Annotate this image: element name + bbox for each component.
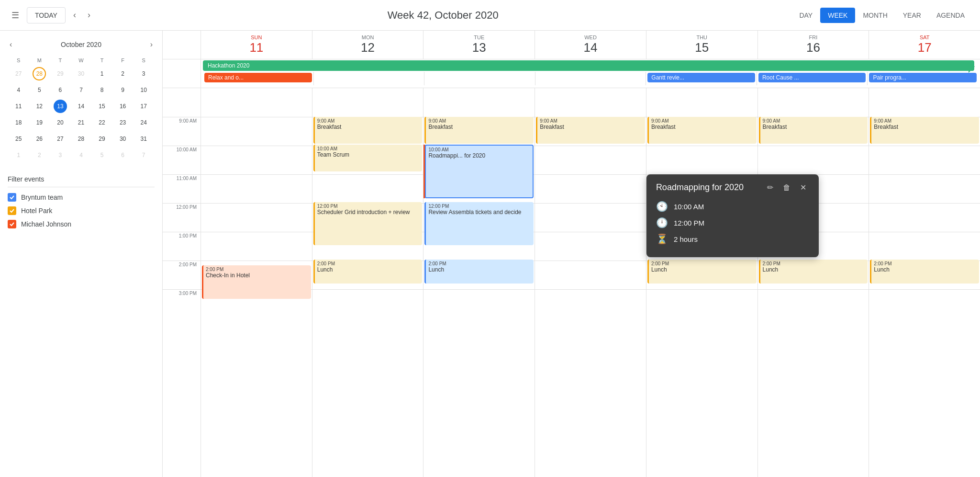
breakfast-tue-title: Breakfast [428,124,531,130]
cal-day[interactable]: 31 [137,132,150,146]
cal-day-28[interactable]: 28 [33,67,46,80]
cal-day[interactable]: 6 [54,83,67,97]
breakfast-fri[interactable]: 9:00 AM Breakfast [759,117,868,144]
hour-wed-11 [535,174,646,203]
cal-day[interactable]: 30 [116,132,130,146]
cal-day[interactable]: 1 [12,148,25,162]
calendar-main: SUN 11 MON 12 TUE 13 WED 14 THU 15 [163,31,980,477]
root-cause-event[interactable]: Root Cause ... [758,73,866,82]
prev-week-button[interactable]: ‹ [69,7,80,23]
hackathon-event[interactable]: Hackathon 2020 [203,60,974,71]
weekday-header-t1: T [50,56,70,65]
calendar-name-michael: Michael Johnson [21,220,71,228]
lunch-fri[interactable]: 2:00 PM Lunch [759,260,868,284]
lunch-fri-title: Lunch [763,266,866,273]
calendar-item-hotel[interactable]: Hotel Park [8,206,155,215]
breakfast-sat[interactable]: 9:00 AM Breakfast [870,117,979,144]
today-button[interactable]: TODAY [27,7,66,23]
scheduler-grid-event[interactable]: 12:00 PM Scheduler Grid introduction + r… [313,202,423,245]
checkbox-hotel[interactable] [8,206,16,215]
pair-prog-event[interactable]: Pair progra... [869,73,977,82]
lunch-tue-time: 2:00 PM [428,261,531,266]
cal-day[interactable]: 11 [12,100,25,113]
calendar-item-bryntum[interactable]: Bryntum team [8,193,155,202]
cal-day[interactable]: 2 [116,67,130,80]
cal-day-13[interactable]: 13 [54,100,67,113]
cal-day[interactable]: 3 [54,148,67,162]
checkbox-michael[interactable] [8,220,16,228]
cal-day[interactable]: 27 [54,132,67,146]
cal-day[interactable]: 4 [12,83,25,97]
breakfast-mon[interactable]: 9:00 AM Breakfast [313,117,423,144]
popup-delete-button[interactable]: 🗑 [780,182,793,193]
allday-cell-tue [424,72,535,85]
hour-tue-3 [423,289,535,318]
popup-edit-button[interactable]: ✏ [764,182,776,193]
mini-cal-prev[interactable]: ‹ [8,38,14,51]
cal-day[interactable]: 2 [33,148,46,162]
day-header-fri: FRI 16 [758,31,869,59]
hamburger-icon[interactable]: ☰ [8,6,23,24]
calendar-name-hotel: Hotel Park [21,207,52,215]
checkin-event[interactable]: 2:00 PM Check-In in Hotel [202,265,311,299]
cal-day[interactable]: 6 [116,148,130,162]
cal-day[interactable]: 5 [95,148,109,162]
cal-day[interactable]: 9 [116,83,130,97]
next-week-button[interactable]: › [84,7,94,23]
cal-day[interactable]: 17 [137,100,150,113]
weekday-header-w: W [71,56,91,65]
checkbox-bryntum[interactable] [8,193,16,202]
cal-day[interactable]: 28 [74,132,88,146]
cal-day[interactable]: 14 [74,100,88,113]
cal-day[interactable]: 22 [95,116,109,129]
cal-day[interactable]: 12 [33,100,46,113]
cal-day[interactable]: 27 [12,67,25,80]
lunch-tue[interactable]: 2:00 PM Lunch [424,260,534,284]
cal-day[interactable]: 29 [54,67,67,80]
cal-day[interactable]: 10 [137,83,150,97]
lunch-sat[interactable]: 2:00 PM Lunch [870,260,979,284]
cal-day[interactable]: 24 [137,116,150,129]
cal-week-2: 4 5 6 7 8 9 10 [9,82,154,98]
day-number-sun: 11 [203,40,310,55]
cal-day[interactable]: 3 [137,67,150,80]
popup-close-button[interactable]: ✕ [797,182,809,193]
tab-day[interactable]: DAY [791,8,820,23]
cal-day[interactable]: 4 [74,148,88,162]
relax-event[interactable]: Relax and o... [204,73,312,82]
checkin-time: 2:00 PM [206,267,309,272]
review-title: Review Assembla tickets and decide [428,209,531,216]
cal-day[interactable]: 15 [95,100,109,113]
team-scrum-event[interactable]: 10:00 AM Team Scrum [313,145,423,171]
cal-day[interactable]: 8 [95,83,109,97]
tab-week[interactable]: WEEK [820,8,855,23]
tab-agenda[interactable]: AGENDA [929,8,972,23]
cal-day[interactable]: 20 [54,116,67,129]
lunch-mon[interactable]: 2:00 PM Lunch [313,260,423,284]
cal-day[interactable]: 16 [116,100,130,113]
cal-day[interactable]: 25 [12,132,25,146]
breakfast-thu[interactable]: 9:00 AM Breakfast [647,117,757,144]
cal-day[interactable]: 7 [137,148,150,162]
cal-day[interactable]: 5 [33,83,46,97]
calendar-item-michael[interactable]: Michael Johnson [8,220,155,228]
review-assembla-event[interactable]: 12:00 PM Review Assembla tickets and dec… [424,202,534,245]
cal-week-5: 25 26 27 28 29 30 31 [9,131,154,147]
cal-day[interactable]: 1 [95,67,109,80]
breakfast-wed[interactable]: 9:00 AM Breakfast [536,117,645,144]
cal-day[interactable]: 19 [33,116,46,129]
roadmapping-event[interactable]: 10:00 AM Roadmappi... for 2020 [424,145,534,198]
cal-day[interactable]: 26 [33,132,46,146]
tab-month[interactable]: MONTH [855,8,895,23]
cal-day[interactable]: 7 [74,83,88,97]
cal-day[interactable]: 23 [116,116,130,129]
cal-day[interactable]: 18 [12,116,25,129]
lunch-thu[interactable]: 2:00 PM Lunch [647,260,757,284]
breakfast-tue[interactable]: 9:00 AM Breakfast [424,117,534,144]
cal-day[interactable]: 29 [95,132,109,146]
cal-day[interactable]: 21 [74,116,88,129]
cal-day[interactable]: 30 [74,67,88,80]
mini-cal-next[interactable]: › [148,38,155,51]
tab-year[interactable]: YEAR [895,8,929,23]
gantt-review-event[interactable]: Gantt revie... [647,73,755,82]
